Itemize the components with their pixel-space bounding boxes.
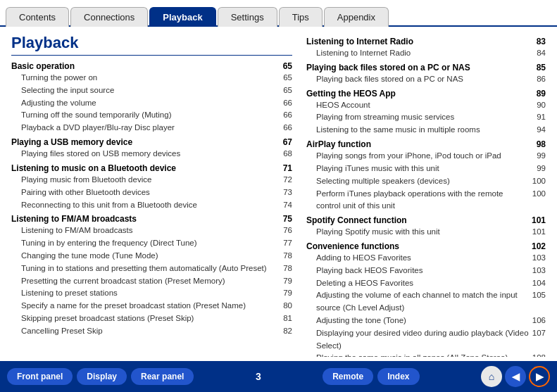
item-page: 81 [275,312,292,325]
item-title: Playing iTunes music with this unit [316,163,529,175]
toc-section: Playing back files stored on a PC or NAS… [306,63,546,86]
toc-item[interactable]: Playing files stored on USB memory devic… [11,148,292,160]
toc-item[interactable]: Turning off the sound temporarily (Mutin… [11,109,292,122]
toc-item[interactable]: Reconnecting to this unit from a Bluetoo… [11,199,292,212]
forward-icon-button[interactable]: ▶ [529,366,550,387]
toc-item[interactable]: Deleting a HEOS Favorites104 [306,277,546,290]
item-page: 101 [529,226,546,239]
toc-section: Spotify Connect function101Playing Spoti… [306,215,546,239]
nav-tab-settings[interactable]: Settings [218,7,277,27]
section-title: Spotify Connect function [306,215,407,225]
item-title: Selecting multiple speakers (devices) [316,175,529,188]
toc-item[interactable]: Playing the same music in all zones (All… [306,352,546,357]
toc-item[interactable]: Changing the tune mode (Tune Mode)78 [11,250,292,263]
item-page: 78 [275,263,292,275]
front-panel-button[interactable]: Front panel [7,368,73,385]
nav-tab-playback[interactable]: Playback [149,7,215,27]
toc-item[interactable]: Tuning in by entering the frequency (Dir… [11,237,292,250]
item-title: Perform iTunes playback operations with … [316,188,529,213]
toc-item[interactable]: Adjusting the volume of each channel to … [306,289,546,315]
toc-item[interactable]: Pairing with other Bluetooth devices73 [11,186,292,199]
rear-panel-button[interactable]: Rear panel [131,368,194,385]
item-page: 104 [529,277,546,290]
toc-item[interactable]: Playing back HEOS Favorites103 [306,265,546,277]
nav-tab-appendix[interactable]: Appendix [324,7,389,27]
home-icon-button[interactable]: ⌂ [481,366,502,387]
toc-item[interactable]: Playback a DVD player/Blu-ray Disc playe… [11,122,292,134]
item-title: Listening to preset stations [21,287,275,300]
toc-item[interactable]: Playing from streaming music services91 [306,111,546,124]
toc-section: Listening to Internet Radio83Listening t… [306,37,546,60]
toc-item[interactable]: Selecting the input source65 [11,84,292,97]
item-page: 68 [275,148,292,160]
toc-item[interactable]: Adding to HEOS Favorites103 [306,252,546,265]
item-title: Playing music from Bluetooth device [21,174,275,186]
section-page: 98 [537,139,546,149]
item-page: 74 [275,199,292,212]
toc-item[interactable]: Presetting the current broadcast station… [11,275,292,288]
section-page: 85 [537,63,546,72]
toc-item[interactable]: Tuning in to stations and presetting the… [11,263,292,275]
toc-item[interactable]: Playing songs from your iPhone, iPod tou… [306,150,546,163]
remote-button[interactable]: Remote [323,368,373,385]
nav-tab-connections[interactable]: Connections [70,7,148,27]
item-title: Skipping preset broadcast stations (Pres… [21,312,275,325]
item-title: Turning off the sound temporarily (Mutin… [21,109,275,122]
toc-section: Convenience functions102Adding to HEOS F… [306,241,546,357]
toc-item[interactable]: Cancelling Preset Skip82 [11,325,292,338]
item-page: 105 [529,289,546,315]
item-page: 79 [275,287,292,300]
toc-item[interactable]: Listening to FM/AM broadcasts76 [11,225,292,237]
main-content: Playback Basic operation65Turning the po… [0,27,557,361]
item-page: 86 [529,73,546,86]
item-title: Displaying your desired video during aud… [316,327,529,353]
toc-item[interactable]: Playing iTunes music with this unit99 [306,163,546,175]
toc-item[interactable]: Skipping preset broadcast stations (Pres… [11,312,292,325]
item-page: 78 [275,250,292,263]
toc-section: AirPlay function98Playing songs from you… [306,139,546,213]
section-title: Playing back files stored on a PC or NAS [306,63,470,72]
section-title: Playing a USB memory device [11,137,132,147]
nav-tab-contents[interactable]: Contents [6,7,69,27]
toc-section: Listening to FM/AM broadcasts75Listening… [11,214,292,337]
toc-item[interactable]: Adjusting the volume66 [11,97,292,110]
item-title: Playing files stored on USB memory devic… [21,148,275,160]
item-page: 80 [275,300,292,312]
toc-section-header: Playing a USB memory device67 [11,137,292,147]
item-page: 84 [529,47,546,60]
back-icon-button[interactable]: ◀ [505,366,526,387]
toc-item[interactable]: Playing Spotify music with this unit101 [306,226,546,239]
toc-section: Listening to music on a Bluetooth device… [11,163,292,211]
item-title: Deleting a HEOS Favorites [316,277,529,290]
item-title: Playing back files stored on a PC or NAS [316,73,529,86]
item-page: 77 [275,237,292,250]
toc-section-header: Listening to FM/AM broadcasts75 [11,214,292,224]
toc-item[interactable]: Playing back files stored on a PC or NAS… [306,73,546,86]
item-page: 66 [275,97,292,110]
item-title: Adjusting the volume [21,97,275,110]
nav-tab-tips[interactable]: Tips [279,7,323,27]
left-toc: Basic operation65Turning the power on65S… [11,61,292,338]
section-title: Basic operation [11,61,75,71]
section-page: 75 [283,214,292,224]
toc-item[interactable]: Selecting multiple speakers (devices)100 [306,175,546,188]
toc-item[interactable]: Specify a name for the preset broadcast … [11,300,292,312]
toc-item[interactable]: HEOS Account90 [306,99,546,112]
item-page: 91 [529,111,546,124]
toc-item[interactable]: Listening to preset stations79 [11,287,292,300]
toc-item[interactable]: Displaying your desired video during aud… [306,327,546,353]
section-page: 102 [532,241,546,251]
section-page: 83 [537,37,546,46]
toc-item[interactable]: Turning the power on65 [11,72,292,84]
toc-item[interactable]: Adjusting the tone (Tone)106 [306,315,546,327]
item-page: 94 [529,124,546,137]
toc-item[interactable]: Listening to Internet Radio84 [306,47,546,60]
toc-item[interactable]: Listening to the same music in multiple … [306,124,546,137]
item-title: Listening to the same music in multiple … [316,124,529,137]
item-page: 65 [275,84,292,97]
index-button[interactable]: Index [377,368,419,385]
toc-item[interactable]: Playing music from Bluetooth device72 [11,174,292,186]
display-button[interactable]: Display [77,368,127,385]
toc-item[interactable]: Perform iTunes playback operations with … [306,188,546,213]
item-title: HEOS Account [316,99,529,112]
